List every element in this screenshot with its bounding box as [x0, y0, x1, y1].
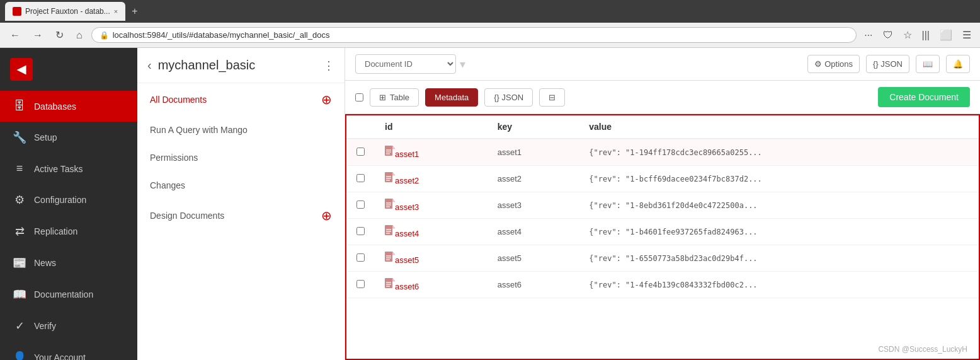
- svg-marker-21: [392, 252, 395, 255]
- svg-rect-20: [385, 252, 392, 262]
- active-tasks-icon: ≡: [13, 162, 26, 175]
- document-value-cell: {"rev": "1-194ff178cdc3ec89665a0255...: [579, 139, 979, 166]
- doc-guide-button[interactable]: 📖: [916, 55, 940, 73]
- sidebar-item-databases-label: Databases: [34, 102, 76, 112]
- sidebar-item-verify-label: Verify: [34, 321, 56, 331]
- row-checkbox[interactable]: [356, 174, 365, 182]
- options-button[interactable]: ⚙ Options: [807, 55, 860, 73]
- sidebar-item-documentation[interactable]: 📖 Documentation: [0, 279, 137, 310]
- sidebar: ◀ 🗄 Databases 🔧 Setup ≡ Active Tasks ⚙ C…: [0, 48, 137, 360]
- id-column-header: id: [375, 115, 487, 139]
- key-column-header: key: [487, 115, 579, 139]
- couchdb-logo[interactable]: ◀: [10, 58, 33, 81]
- sidebar-item-verify[interactable]: ✓ Verify: [0, 310, 137, 342]
- changes-label: Changes: [150, 180, 185, 190]
- row-checkbox[interactable]: [356, 280, 365, 288]
- table-view-tab[interactable]: ⊞ Table: [370, 88, 419, 107]
- document-id-text: asset1: [395, 149, 419, 159]
- document-icon: [385, 255, 395, 265]
- document-id-cell[interactable]: asset3: [375, 192, 487, 219]
- row-checkbox[interactable]: [356, 227, 365, 235]
- verify-icon: ✓: [13, 319, 26, 333]
- forward-button[interactable]: →: [29, 27, 47, 44]
- document-value-cell: {"rev": "1-8ebd361f20d4e0c4722500a...: [579, 192, 979, 219]
- options-label: Options: [824, 59, 853, 69]
- document-id-cell[interactable]: asset4: [375, 219, 487, 245]
- db-panel: ‹ mychannel_basic ⋮ All Documents ⊕ Run …: [137, 48, 345, 360]
- nav-right: ··· 🛡 ☆ ||| ⬜ ☰: [862, 26, 974, 44]
- main-content: Document ID ▾ ⚙ Options {} JSON 📖 🔔 ⊞: [345, 48, 980, 360]
- table-row: asset6asset6{"rev": "1-4fe4b139c0843332f…: [346, 272, 979, 298]
- document-key-cell: asset1: [487, 139, 579, 166]
- split-view-tab[interactable]: ⊟: [539, 88, 565, 107]
- document-id-cell[interactable]: asset1: [375, 139, 487, 166]
- db-menu-button[interactable]: ⋮: [323, 59, 334, 73]
- browser-tab[interactable]: Project Fauxton - datab... ×: [5, 2, 125, 21]
- document-icon: [385, 202, 395, 212]
- row-checkbox[interactable]: [356, 253, 365, 262]
- new-tab-button[interactable]: +: [132, 6, 137, 17]
- documentation-icon: 📖: [13, 287, 26, 301]
- document-value-cell: {"rev": "1-4fe4b139c0843332fbd00c2...: [579, 272, 979, 298]
- db-nav-run-query[interactable]: Run A Query with Mango: [137, 116, 345, 144]
- tab-close-button[interactable]: ×: [114, 8, 118, 15]
- sidebar-item-replication[interactable]: ⇄ Replication: [0, 216, 137, 247]
- row-checkbox[interactable]: [356, 148, 365, 156]
- home-button[interactable]: ⌂: [72, 27, 86, 44]
- lock-icon: 🔒: [100, 31, 109, 40]
- sidebar-item-active-tasks-label: Active Tasks: [34, 164, 83, 174]
- db-nav-design-documents[interactable]: Design Documents ⊕: [137, 199, 345, 232]
- metadata-view-tab[interactable]: Metadata: [425, 88, 478, 107]
- sidebar-item-setup[interactable]: 🔧 Setup: [0, 122, 137, 153]
- db-nav-changes[interactable]: Changes: [137, 171, 345, 199]
- star-button[interactable]: ☆: [901, 26, 914, 44]
- sidebar-item-configuration-label: Configuration: [34, 195, 86, 205]
- select-all-checkbox[interactable]: [355, 93, 363, 102]
- menu-button[interactable]: ☰: [960, 26, 974, 44]
- main-toolbar: Document ID ▾ ⚙ Options {} JSON 📖 🔔: [345, 48, 980, 81]
- document-id-text: asset6: [395, 282, 419, 291]
- json-view-label: {} JSON: [494, 93, 523, 102]
- sidebar-item-news[interactable]: 📰 News: [0, 247, 137, 279]
- split-button[interactable]: ⬜: [937, 26, 955, 44]
- db-nav-permissions[interactable]: Permissions: [137, 144, 345, 171]
- sidebar-item-your-account-label: Your Account: [34, 352, 86, 360]
- app-container: ◀ 🗄 Databases 🔧 Setup ≡ Active Tasks ⚙ C…: [0, 48, 980, 360]
- db-back-button[interactable]: ‹: [147, 58, 152, 73]
- json-view-tab[interactable]: {} JSON: [484, 88, 533, 107]
- setup-icon: 🔧: [13, 131, 26, 144]
- sidebar-item-news-label: News: [34, 258, 56, 268]
- document-id-text: asset4: [395, 229, 419, 238]
- table-row: asset1asset1{"rev": "1-194ff178cdc3ec896…: [346, 139, 979, 166]
- your-account-icon: 👤: [13, 351, 26, 360]
- document-id-cell[interactable]: asset5: [375, 245, 487, 272]
- gear-icon: ⚙: [814, 59, 822, 69]
- create-document-button[interactable]: Create Document: [878, 87, 970, 107]
- address-text: localhost:5984/_utils/#database/mychanne…: [113, 30, 330, 40]
- svg-rect-10: [385, 199, 392, 209]
- notifications-button[interactable]: 🔔: [946, 55, 970, 73]
- db-nav-all-documents[interactable]: All Documents ⊕: [137, 83, 345, 116]
- json-button[interactable]: {} JSON: [866, 55, 909, 73]
- sidebar-item-configuration[interactable]: ⚙ Configuration: [0, 184, 137, 216]
- library-button[interactable]: |||: [920, 27, 932, 44]
- add-document-button[interactable]: ⊕: [321, 92, 332, 107]
- address-bar[interactable]: 🔒 localhost:5984/_utils/#database/mychan…: [91, 27, 857, 43]
- add-design-document-button[interactable]: ⊕: [321, 208, 332, 223]
- document-id-cell[interactable]: asset2: [375, 166, 487, 192]
- document-id-select[interactable]: Document ID: [355, 54, 456, 74]
- row-checkbox[interactable]: [356, 200, 365, 209]
- sidebar-item-active-tasks[interactable]: ≡ Active Tasks: [0, 153, 137, 184]
- sidebar-item-your-account[interactable]: 👤 Your Account: [0, 342, 137, 360]
- document-icon: [385, 229, 395, 238]
- more-button[interactable]: ···: [862, 27, 875, 44]
- refresh-button[interactable]: ↻: [52, 26, 67, 44]
- svg-marker-16: [392, 225, 395, 228]
- back-button[interactable]: ←: [6, 27, 24, 44]
- shield-button[interactable]: 🛡: [880, 27, 896, 44]
- document-id-text: asset2: [395, 176, 419, 185]
- sidebar-item-databases[interactable]: 🗄 Databases: [0, 91, 137, 122]
- document-id-text: asset5: [395, 255, 419, 265]
- document-id-cell[interactable]: asset6: [375, 272, 487, 298]
- svg-rect-25: [385, 278, 392, 288]
